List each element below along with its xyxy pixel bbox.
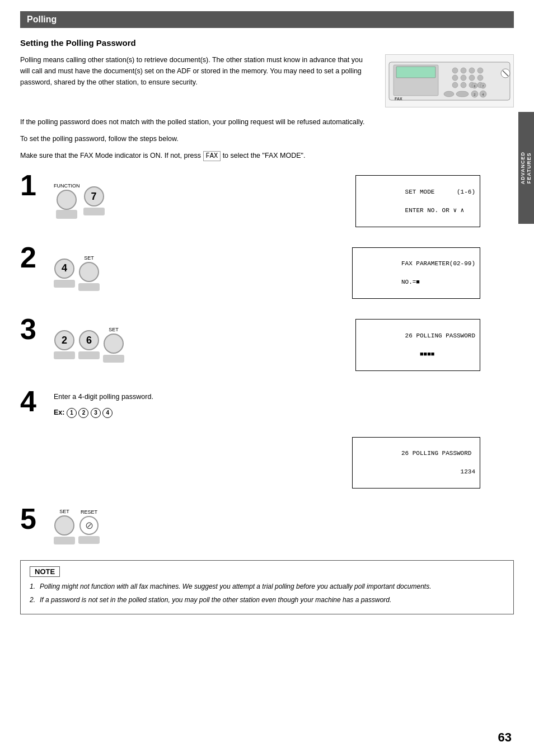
svg-point-3 — [452, 68, 458, 73]
step-5-buttons: SET RESET ⊘ — [54, 509, 100, 544]
two-button-group: 2 — [54, 330, 75, 359]
four-button[interactable]: 4 — [54, 259, 74, 279]
svg-rect-16 — [456, 91, 469, 97]
step-5-body: SET RESET ⊘ — [54, 504, 514, 544]
step-3-body: 2 6 SET 26 PO — [54, 314, 514, 371]
step-1-display-line1: SET MODE (1-6) — [405, 189, 475, 195]
digit-2: 2 — [78, 408, 88, 418]
function-button[interactable] — [57, 190, 77, 210]
page-wrapper: ADVANCEDFEATURES Polling Setting the Pol… — [0, 0, 534, 756]
slash-icon: ⊘ — [85, 519, 93, 532]
digit-1: 1 — [67, 408, 77, 418]
six-button-stand — [78, 351, 100, 359]
step-3-row: 3 2 6 SET — [20, 314, 514, 371]
intro-block: Polling means calling other station(s) t… — [20, 54, 514, 107]
step-4-number: 4 — [20, 387, 54, 416]
four-button-group: 4 — [54, 259, 75, 288]
intro-paragraph-2: If the polling password does not match w… — [20, 116, 514, 128]
page-title: Polling — [20, 11, 514, 28]
seven-button[interactable]: 7 — [84, 186, 104, 206]
set-button-stand-3 — [103, 355, 124, 363]
svg-text:7: 7 — [483, 84, 484, 88]
step-2-display: FAX PARAMETER(02-99) NO.=■ — [352, 247, 480, 299]
set-button-group-3: SET — [103, 327, 124, 363]
svg-rect-15 — [444, 91, 454, 97]
reset-button-group: RESET ⊘ — [78, 509, 100, 544]
set-button-2[interactable] — [79, 262, 99, 282]
note-title: NOTE — [30, 566, 60, 577]
step-4-display-line2: 1234 — [401, 468, 475, 475]
step-4-instruction: Enter a 4-digit polling password. — [54, 391, 153, 402]
svg-point-9 — [469, 75, 475, 81]
step-1-row: 1 FUNCTION 7 — [20, 171, 514, 227]
fax-mode-end: to select the "FAX MODE". — [223, 152, 306, 159]
set-button-stand-2 — [78, 283, 100, 291]
step-2-display-line1: FAX PARAMETER(02-99) — [401, 260, 475, 267]
step-1-body: FUNCTION 7 SET MODE (1-6) — [54, 171, 514, 227]
steps-area: 1 FUNCTION 7 — [20, 171, 514, 544]
sidebar-label: ADVANCEDFEATURES — [520, 152, 532, 184]
set-button-group-2: SET — [78, 255, 100, 291]
step-5-number: 5 — [20, 504, 54, 533]
svg-point-5 — [469, 68, 475, 73]
svg-text:FAX: FAX — [395, 97, 402, 101]
set-label-3: SET — [109, 327, 119, 332]
fax-button-label: FAX — [203, 151, 221, 161]
step-4-display: 26 POLLING PASSWORD 1234 — [352, 437, 480, 489]
step-2-display-line2: NO.=■ — [401, 279, 420, 285]
six-button[interactable]: 6 — [79, 330, 99, 350]
ex-label: Ex: — [54, 408, 64, 416]
note-item-2: If a password is not set in the polled s… — [30, 595, 504, 605]
set-label-5: SET — [59, 509, 69, 514]
digit-4: 4 — [102, 408, 113, 418]
note-section: NOTE Polling might not function with all… — [20, 560, 514, 614]
svg-point-10 — [477, 75, 483, 81]
step-4-row: 4 Enter a 4-digit polling password. Ex: … — [20, 387, 514, 489]
seven-button-group: 7 — [83, 186, 105, 215]
fax-mode-text: Make sure that the FAX Mode indicator is… — [20, 152, 201, 159]
step-2-number: 2 — [20, 243, 54, 272]
step-4-body: Enter a 4-digit polling password. Ex: 1 … — [54, 387, 514, 489]
section-heading: Setting the Polling Password — [20, 38, 514, 48]
fax-mode-instruction: Make sure that the FAX Mode indicator is… — [20, 150, 514, 162]
step-5-row: 5 SET RESET ⊘ — [20, 504, 514, 544]
note-list: Polling might not function with all fax … — [30, 581, 504, 605]
four-button-stand — [54, 280, 75, 288]
step-4-example: Ex: 1 2 3 4 — [54, 407, 153, 418]
function-label: FUNCTION — [54, 183, 80, 189]
step-3-display-line1: 26 POLLING PASSWORD — [405, 332, 475, 339]
set-label-2: SET — [84, 255, 94, 261]
svg-text:6: 6 — [474, 84, 476, 88]
set-button-stand-5 — [54, 537, 75, 544]
step-1-display: SET MODE (1-6) ENTER NO. OR ∨ ∧ — [355, 175, 480, 227]
set-button-3[interactable] — [104, 334, 124, 354]
step-1-number: 1 — [20, 171, 54, 200]
set-button-group-5: SET — [54, 509, 75, 544]
step-1-buttons: FUNCTION 7 — [54, 183, 105, 219]
intro-paragraph-1: Polling means calling other station(s) t… — [20, 54, 374, 88]
sidebar-tab: ADVANCEDFEATURES — [518, 112, 534, 224]
svg-point-6 — [477, 68, 483, 73]
step-4-instruction-block: Enter a 4-digit polling password. Ex: 1 … — [54, 391, 153, 424]
two-button-stand — [54, 351, 75, 359]
note-item-1: Polling might not function with all fax … — [30, 581, 504, 591]
svg-point-12 — [461, 82, 466, 88]
step-2-buttons: 4 SET — [54, 255, 100, 291]
step-3-buttons: 2 6 SET — [54, 327, 124, 363]
svg-point-7 — [452, 75, 458, 81]
step-4-display-line1: 26 POLLING PASSWORD — [401, 450, 471, 457]
six-button-group: 6 — [78, 330, 100, 359]
reset-button[interactable]: ⊘ — [79, 516, 99, 535]
two-button[interactable]: 2 — [54, 330, 74, 350]
reset-label: RESET — [81, 509, 97, 515]
step-1-display-line2: ENTER NO. OR ∨ ∧ — [405, 207, 465, 214]
svg-point-8 — [461, 75, 466, 81]
svg-point-11 — [452, 82, 458, 88]
set-button-5[interactable] — [54, 515, 74, 536]
step-2-row: 2 4 SET — [20, 243, 514, 299]
page-number: 63 — [498, 730, 512, 745]
step-2-body: 4 SET FAX PARAMETER(02-99) NO.=■ — [54, 243, 514, 299]
step-3-display: 26 POLLING PASSWORD ■■■■ — [355, 319, 480, 371]
digit-3: 3 — [91, 408, 101, 418]
main-content: Polling Setting the Polling Password Pol… — [20, 0, 514, 614]
